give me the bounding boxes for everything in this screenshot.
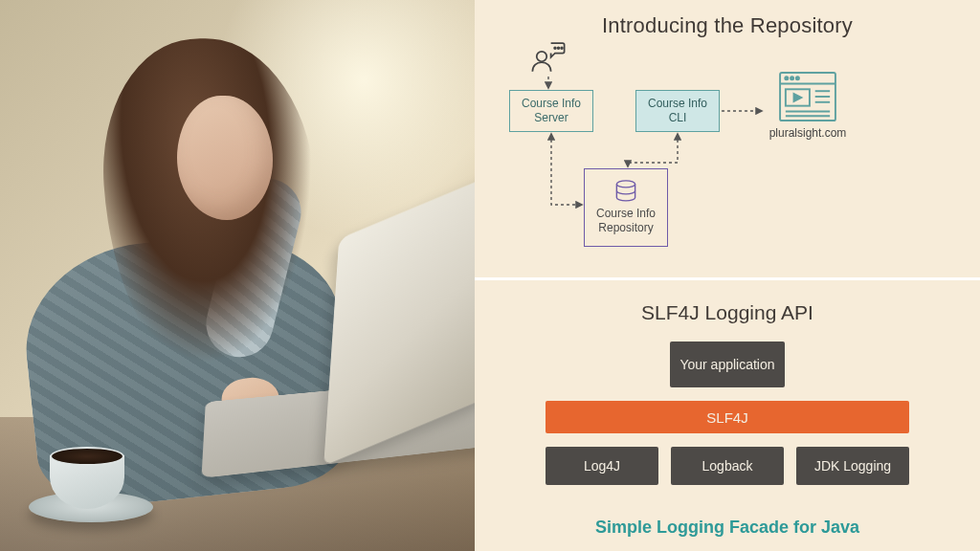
tile-log4j: Log4J (546, 447, 658, 485)
slides-column: Introducing the Repository Course Info S… (475, 0, 980, 551)
slf4j-stack: Your application SLF4J Log4J Logback JDK… (546, 342, 909, 485)
hero-photo (0, 0, 475, 551)
tile-label: SLF4J (706, 409, 747, 426)
slide-slf4j: SLF4J Logging API Your application SLF4J… (475, 277, 980, 551)
tile-label: Your application (679, 357, 774, 373)
slide-repository: Introducing the Repository Course Info S… (475, 0, 980, 277)
tile-logback: Logback (671, 447, 784, 485)
diagram-arrows (475, 0, 980, 277)
tile-your-application: Your application (670, 342, 785, 387)
tile-slf4j: SLF4J (546, 401, 909, 433)
photo-coffee (29, 455, 134, 522)
repository-diagram: Course Info Server Course Info CLI Cours… (475, 0, 980, 277)
tile-label: Log4J (584, 458, 620, 474)
slide-title-slf4j: SLF4J Logging API (475, 301, 980, 324)
footer-caption: Simple Logging Facade for Java (475, 518, 980, 538)
tile-label: Logback (702, 458, 753, 474)
tile-jdk-logging: JDK Logging (796, 447, 909, 485)
photo-face (177, 96, 273, 220)
impl-row: Log4J Logback JDK Logging (546, 447, 909, 485)
tile-label: JDK Logging (814, 458, 891, 474)
